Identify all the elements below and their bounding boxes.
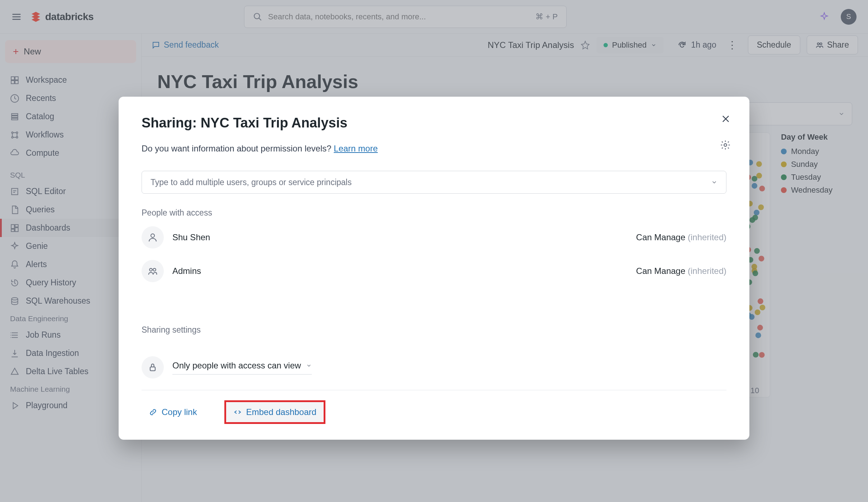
code-icon — [233, 408, 242, 416]
gear-icon[interactable] — [720, 140, 731, 150]
add-users-input[interactable]: Type to add multiple users, groups or se… — [142, 171, 726, 194]
lock-icon — [142, 356, 164, 378]
chevron-down-icon — [306, 363, 312, 368]
group-icon — [142, 260, 164, 282]
people-with-access-label: People with access — [142, 208, 726, 218]
svg-point-85 — [724, 144, 727, 146]
access-row: Shu Shen Can Manage (inherited) — [142, 226, 726, 248]
sharing-settings-label: Sharing settings — [142, 325, 726, 335]
modal-overlay[interactable]: Sharing: NYC Taxi Trip Analysis Do you w… — [0, 0, 868, 502]
svg-point-86 — [151, 234, 154, 237]
permission-info-text: Do you want information about permission… — [142, 144, 726, 154]
embed-dashboard-highlight: Embed dashboard — [224, 400, 325, 424]
sharing-modal: Sharing: NYC Taxi Trip Analysis Do you w… — [119, 97, 749, 440]
link-icon — [149, 408, 157, 416]
svg-rect-89 — [150, 367, 155, 371]
embed-dashboard-button[interactable]: Embed dashboard — [226, 402, 324, 422]
visibility-select[interactable]: Only people with access can view — [172, 361, 312, 375]
access-permission: Can Manage (inherited) — [636, 232, 726, 242]
access-name: Shu Shen — [172, 232, 628, 242]
learn-more-link[interactable]: Learn more — [334, 144, 378, 153]
chevron-down-icon — [711, 179, 717, 185]
user-icon — [142, 226, 164, 248]
access-name: Admins — [172, 266, 628, 276]
modal-title: Sharing: NYC Taxi Trip Analysis — [142, 115, 726, 131]
svg-point-87 — [149, 269, 152, 271]
svg-point-88 — [153, 269, 156, 271]
access-row: Admins Can Manage (inherited) — [142, 260, 726, 282]
close-icon[interactable] — [721, 114, 731, 124]
access-permission: Can Manage (inherited) — [636, 266, 726, 276]
copy-link-button[interactable]: Copy link — [142, 402, 204, 422]
